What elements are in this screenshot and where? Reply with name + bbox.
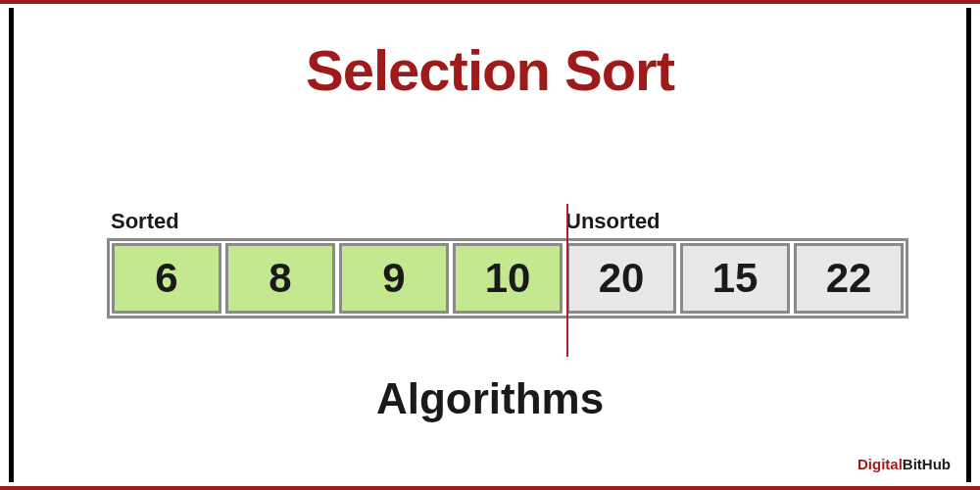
watermark: DigitalBitHub [858, 456, 951, 472]
array-cell: 8 [225, 243, 335, 314]
watermark-part2: BitHub [903, 456, 951, 472]
partition-divider [566, 204, 568, 357]
outer-frame: Selection Sort Sorted Unsorted 6 8 9 10 … [0, 0, 980, 490]
sorted-label: Sorted [111, 209, 179, 234]
section-labels: Sorted Unsorted [107, 209, 873, 238]
subtitle: Algorithms [14, 374, 966, 423]
array-cell: 6 [112, 243, 221, 314]
unsorted-label: Unsorted [565, 209, 661, 234]
array-cell: 20 [566, 243, 676, 314]
page-title: Selection Sort [14, 37, 966, 103]
array-cell: 22 [794, 243, 904, 314]
array-row: 6 8 9 10 20 15 22 [107, 238, 908, 318]
watermark-part1: Digital [858, 456, 903, 472]
array-cell: 15 [680, 243, 790, 314]
array-container: Sorted Unsorted 6 8 9 10 20 15 22 [107, 209, 873, 318]
array-cell: 10 [453, 243, 563, 314]
inner-frame: Selection Sort Sorted Unsorted 6 8 9 10 … [9, 8, 971, 482]
array-cell: 9 [339, 243, 449, 314]
